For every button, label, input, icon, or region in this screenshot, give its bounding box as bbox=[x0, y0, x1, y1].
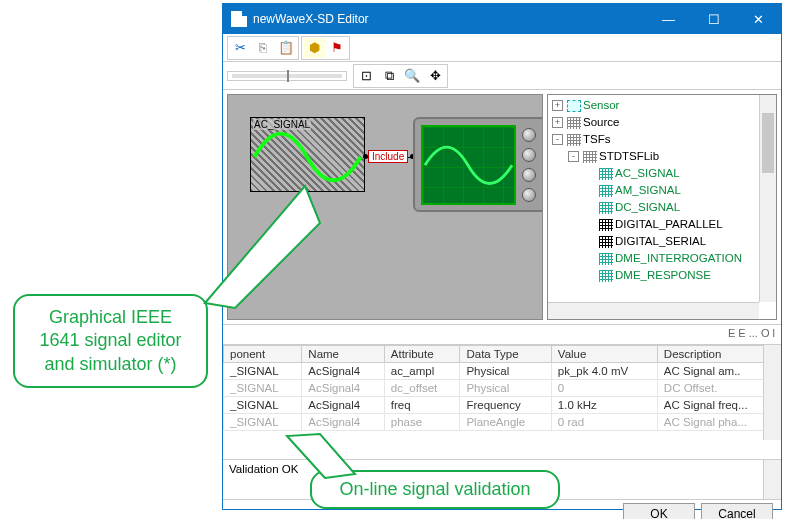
node-icon bbox=[567, 117, 581, 129]
expand-icon[interactable]: + bbox=[552, 100, 563, 111]
expand-icon bbox=[584, 219, 595, 230]
tree-item[interactable]: DIGITAL_SERIAL bbox=[584, 233, 774, 250]
column-header[interactable]: Description bbox=[657, 346, 780, 363]
tree-item[interactable]: AC_SIGNAL bbox=[584, 165, 774, 182]
cell: Physical bbox=[460, 380, 551, 397]
table-row[interactable]: _SIGNALAcSignal4ac_amplPhysicalpk_pk 4.0… bbox=[224, 363, 781, 380]
scroll-up-icon[interactable]: ▲ bbox=[769, 462, 778, 472]
node-icon bbox=[583, 151, 597, 163]
tree-label: Sensor bbox=[583, 97, 619, 114]
knob-icon[interactable] bbox=[522, 188, 536, 202]
cell: Frequency bbox=[460, 397, 551, 414]
tree-item[interactable]: AM_SIGNAL bbox=[584, 182, 774, 199]
window-title: newWaveX-SD Editor bbox=[253, 12, 646, 26]
node-icon bbox=[567, 134, 581, 146]
cancel-button[interactable]: Cancel bbox=[701, 503, 773, 519]
cell: 0 bbox=[551, 380, 657, 397]
cell: freq bbox=[384, 397, 460, 414]
toolbar-edit: ✂ ⎘ 📋 ⬢ ⚑ bbox=[223, 34, 781, 62]
titlebar[interactable]: newWaveX-SD Editor — ☐ ✕ bbox=[223, 4, 781, 34]
scope-knobs bbox=[522, 125, 536, 204]
table-row[interactable]: _SIGNALAcSignal4dc_offsetPhysical0DC Off… bbox=[224, 380, 781, 397]
collapse-icon[interactable]: - bbox=[568, 151, 579, 162]
column-header[interactable]: Attribute bbox=[384, 346, 460, 363]
scrollbar-horizontal[interactable] bbox=[548, 302, 759, 319]
cell: _SIGNAL bbox=[224, 363, 302, 380]
cell: pk_pk 4.0 mV bbox=[551, 363, 657, 380]
tree-item[interactable]: +Source bbox=[552, 114, 774, 131]
zoom-100-icon[interactable]: 🔍 bbox=[401, 66, 423, 86]
collapse-icon[interactable]: - bbox=[552, 134, 563, 145]
zoom-fit-icon[interactable]: ⊡ bbox=[355, 66, 377, 86]
column-header[interactable]: Name bbox=[302, 346, 384, 363]
tree-item[interactable]: DC_SIGNAL bbox=[584, 199, 774, 216]
scope-screen bbox=[421, 125, 516, 205]
tree-panel: +Sensor+Source-TSFs-STDTSFLibAC_SIGNALAM… bbox=[547, 94, 777, 320]
column-header[interactable]: ponent bbox=[224, 346, 302, 363]
expand-icon bbox=[584, 168, 595, 179]
paste-button[interactable]: 📋 bbox=[275, 38, 297, 58]
expand-icon bbox=[584, 253, 595, 264]
properties-tabs[interactable]: E E ... O l bbox=[223, 325, 781, 345]
callout-pointer bbox=[285, 432, 385, 495]
cell: AcSignal4 bbox=[302, 363, 384, 380]
knob-icon[interactable] bbox=[522, 168, 536, 182]
minimize-button[interactable]: — bbox=[646, 4, 691, 34]
table-row[interactable]: _SIGNALAcSignal4phasePlaneAngle0 radAC S… bbox=[224, 414, 781, 431]
tree-label: AC_SIGNAL bbox=[615, 165, 680, 182]
scope-block[interactable] bbox=[413, 117, 543, 212]
cell: PlaneAngle bbox=[460, 414, 551, 431]
tree-label: DIGITAL_SERIAL bbox=[615, 233, 706, 250]
tree-item[interactable]: -TSFs bbox=[552, 131, 774, 148]
tree-label: DME_RESPONSE bbox=[615, 267, 711, 284]
expand-icon bbox=[584, 185, 595, 196]
tree-item[interactable]: -STDTSFLib bbox=[568, 148, 774, 165]
maximize-button[interactable]: ☐ bbox=[691, 4, 736, 34]
include-tag[interactable]: Include bbox=[368, 150, 408, 163]
cell: 0 rad bbox=[551, 414, 657, 431]
scrollbar-vertical[interactable] bbox=[759, 95, 776, 302]
cell: AC Signal pha... bbox=[657, 414, 780, 431]
run-button[interactable]: ⚑ bbox=[326, 38, 348, 58]
tree-item[interactable]: DME_RESPONSE bbox=[584, 267, 774, 284]
zoom-full-icon[interactable]: ✥ bbox=[424, 66, 446, 86]
tree-label: DC_SIGNAL bbox=[615, 199, 680, 216]
ok-button[interactable]: OK bbox=[623, 503, 695, 519]
cell: AcSignal4 bbox=[302, 380, 384, 397]
node-icon bbox=[599, 185, 613, 197]
cell: AcSignal4 bbox=[302, 414, 384, 431]
zoom-region-icon[interactable]: ⧉ bbox=[378, 66, 400, 86]
tree-label: Source bbox=[583, 114, 619, 131]
tree-label: AM_SIGNAL bbox=[615, 182, 681, 199]
palette-button[interactable]: ⬢ bbox=[303, 38, 325, 58]
zoom-slider[interactable] bbox=[227, 71, 347, 81]
scroll-down-icon[interactable]: ▼ bbox=[769, 487, 778, 497]
tree-item[interactable]: DIGITAL_PARALLEL bbox=[584, 216, 774, 233]
cell: Physical bbox=[460, 363, 551, 380]
scope-wave-icon bbox=[423, 127, 514, 204]
node-icon bbox=[599, 202, 613, 214]
expand-icon[interactable]: + bbox=[552, 117, 563, 128]
node-icon bbox=[599, 168, 613, 180]
cell: 1.0 kHz bbox=[551, 397, 657, 414]
cut-button[interactable]: ✂ bbox=[229, 38, 251, 58]
tree-item[interactable]: DME_INTERROGATION bbox=[584, 250, 774, 267]
tree-label: DIGITAL_PARALLEL bbox=[615, 216, 723, 233]
close-button[interactable]: ✕ bbox=[736, 4, 781, 34]
knob-icon[interactable] bbox=[522, 128, 536, 142]
cell: AcSignal4 bbox=[302, 397, 384, 414]
cell: _SIGNAL bbox=[224, 380, 302, 397]
tree-view[interactable]: +Sensor+Source-TSFs-STDTSFLibAC_SIGNALAM… bbox=[548, 95, 776, 319]
toolbar-view: ⊡ ⧉ 🔍 ✥ bbox=[223, 62, 781, 90]
document-icon bbox=[231, 11, 247, 27]
copy-button[interactable]: ⎘ bbox=[252, 38, 274, 58]
expand-icon bbox=[584, 270, 595, 281]
cell: ac_ampl bbox=[384, 363, 460, 380]
tree-item[interactable]: +Sensor bbox=[552, 97, 774, 114]
column-header[interactable]: Value bbox=[551, 346, 657, 363]
column-header[interactable]: Data Type bbox=[460, 346, 551, 363]
table-row[interactable]: _SIGNALAcSignal4freqFrequency1.0 kHzAC S… bbox=[224, 397, 781, 414]
node-icon bbox=[599, 219, 613, 231]
window-buttons: — ☐ ✕ bbox=[646, 4, 781, 34]
knob-icon[interactable] bbox=[522, 148, 536, 162]
